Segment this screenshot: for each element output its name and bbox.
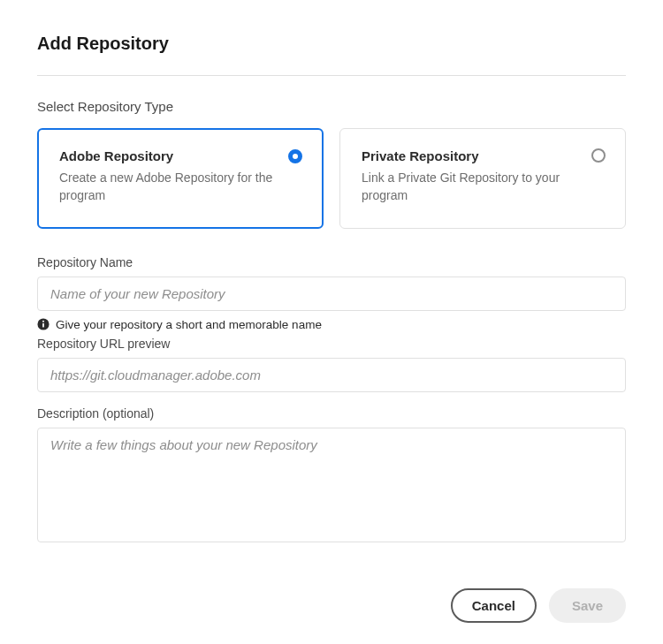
- private-repository-option[interactable]: Private Repository Link a Private Git Re…: [339, 128, 626, 229]
- add-repository-dialog: Add Repository Select Repository Type Ad…: [0, 0, 663, 644]
- cancel-button[interactable]: Cancel: [451, 588, 537, 623]
- repository-url-field: Repository URL preview: [37, 337, 626, 392]
- adobe-option-desc: Create a new Adobe Repository for the pr…: [59, 169, 301, 205]
- description-field: Description (optional): [37, 406, 626, 546]
- svg-rect-1: [42, 323, 44, 328]
- radio-selected-icon: [288, 149, 302, 163]
- repository-type-label: Select Repository Type: [37, 99, 626, 114]
- save-button[interactable]: Save: [549, 588, 626, 623]
- svg-point-2: [42, 321, 44, 322]
- dialog-title: Add Repository: [37, 34, 626, 54]
- radio-unselected-icon: [591, 148, 606, 163]
- repository-name-hint-row: Give your repository a short and memorab…: [37, 318, 626, 331]
- repository-type-options: Adobe Repository Create a new Adobe Repo…: [37, 128, 626, 229]
- repository-name-field: Repository Name Give your repository a s…: [37, 255, 626, 331]
- repository-url-label: Repository URL preview: [37, 337, 626, 351]
- repository-name-label: Repository Name: [37, 255, 626, 269]
- adobe-option-title: Adobe Repository: [59, 148, 301, 163]
- adobe-repository-option[interactable]: Adobe Repository Create a new Adobe Repo…: [37, 128, 324, 229]
- description-input[interactable]: [37, 428, 626, 542]
- private-option-desc: Link a Private Git Repository to your pr…: [362, 169, 604, 205]
- repository-name-input[interactable]: [37, 277, 626, 311]
- private-option-title: Private Repository: [362, 148, 604, 163]
- description-label: Description (optional): [37, 406, 626, 420]
- repository-url-input[interactable]: [37, 358, 626, 392]
- divider: [37, 75, 626, 76]
- info-icon: [37, 318, 50, 330]
- repository-name-hint: Give your repository a short and memorab…: [56, 318, 322, 331]
- dialog-footer: Cancel Save: [37, 588, 626, 623]
